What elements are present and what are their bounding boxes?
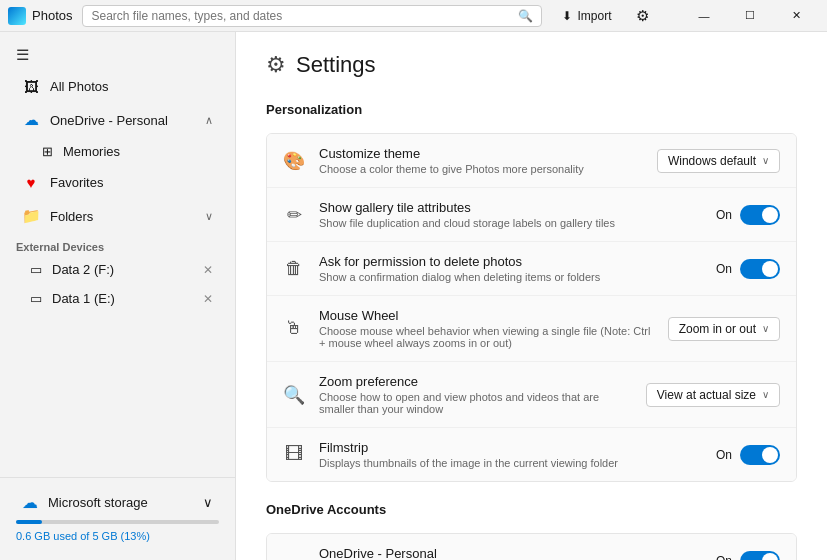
filmstrip-text: Filmstrip Displays thumbnails of the ima… [319, 440, 702, 469]
zoom-preference-text: Zoom preference Choose how to open and v… [319, 374, 632, 415]
ask-permission-toggle-label: On [716, 262, 732, 276]
sidebar-item-favorites[interactable]: ♥ Favorites [6, 167, 229, 198]
zoom-preference-dropdown-chevron: ∨ [762, 389, 769, 400]
ask-permission-desc: Show a confirmation dialog when deleting… [319, 271, 702, 283]
sidebar-item-label: Favorites [50, 175, 213, 190]
gallery-tile-icon: ✏ [283, 204, 305, 226]
onedrive-icon: ☁ [22, 111, 40, 129]
onedrive-personal-title: OneDrive - Personal [319, 546, 702, 560]
app-name: Photos [32, 8, 72, 23]
onedrive-accounts-card: ☁ OneDrive - Personal Show photos from t… [266, 533, 797, 560]
titlebar-actions: ⬇ Import ⚙ [554, 5, 654, 27]
theme-dropdown[interactable]: Windows default ∨ [657, 149, 780, 173]
import-label: Import [577, 9, 611, 23]
sidebar-item-onedrive[interactable]: ☁ OneDrive - Personal ∧ [6, 104, 229, 136]
onedrive-personal-row: ☁ OneDrive - Personal Show photos from t… [267, 534, 796, 560]
device-label: Data 1 (E:) [52, 291, 193, 306]
search-bar[interactable]: 🔍 [82, 5, 542, 27]
ask-permission-text: Ask for permission to delete photos Show… [319, 254, 702, 283]
sidebar-item-label: Memories [63, 144, 120, 159]
settings-content: ⚙ Settings Personalization 🎨 Customize t… [236, 32, 827, 560]
storage-bar-container [16, 520, 219, 524]
device-icon: ▭ [30, 291, 42, 306]
mouse-wheel-icon: 🖱 [283, 318, 305, 339]
settings-gear-icon: ⚙ [266, 52, 286, 78]
close-button[interactable]: ✕ [773, 0, 819, 32]
sidebar-item-data1[interactable]: ▭ Data 1 (E:) ✕ [6, 285, 229, 312]
zoom-icon: 🔍 [283, 384, 305, 406]
onedrive-personal-toggle[interactable] [740, 551, 780, 561]
customize-theme-row: 🎨 Customize theme Choose a color theme t… [267, 134, 796, 188]
zoom-preference-dropdown-value: View at actual size [657, 388, 756, 402]
ask-permission-row: 🗑 Ask for permission to delete photos Sh… [267, 242, 796, 296]
settings-title: Settings [296, 52, 376, 78]
import-button[interactable]: ⬇ Import [554, 7, 619, 25]
minimize-button[interactable]: — [681, 0, 727, 32]
filmstrip-control: On [716, 445, 780, 465]
sidebar-item-memories[interactable]: ⊞ Memories [6, 138, 229, 165]
onedrive-personal-toggle-label: On [716, 554, 732, 561]
chevron-up-icon: ∧ [205, 114, 213, 127]
mouse-wheel-row: 🖱 Mouse Wheel Choose mouse wheel behavio… [267, 296, 796, 362]
chevron-down-icon: ∨ [205, 210, 213, 223]
gallery-tile-title: Show gallery tile attributes [319, 200, 702, 215]
window-controls: — ☐ ✕ [681, 0, 819, 32]
storage-label: Microsoft storage [48, 495, 193, 510]
search-icon: 🔍 [518, 9, 533, 23]
settings-button[interactable]: ⚙ [630, 5, 655, 27]
storage-chevron-icon: ∨ [203, 495, 213, 510]
app-logo: Photos [8, 7, 72, 25]
onedrive-personal-icon: ☁ [283, 551, 305, 560]
filmstrip-icon: 🎞 [283, 444, 305, 465]
memories-icon: ⊞ [42, 144, 53, 159]
theme-control[interactable]: Windows default ∨ [657, 149, 780, 173]
remove-device-icon[interactable]: ✕ [203, 292, 213, 306]
theme-dropdown-value: Windows default [668, 154, 756, 168]
zoom-preference-row: 🔍 Zoom preference Choose how to open and… [267, 362, 796, 428]
maximize-button[interactable]: ☐ [727, 0, 773, 32]
storage-cloud-icon: ☁ [22, 493, 38, 512]
zoom-preference-control[interactable]: View at actual size ∨ [646, 383, 780, 407]
customize-theme-title: Customize theme [319, 146, 643, 161]
customize-theme-desc: Choose a color theme to give Photos more… [319, 163, 643, 175]
import-icon: ⬇ [562, 9, 572, 23]
external-devices-label: External Devices [0, 233, 235, 255]
sidebar: ☰ 🖼 All Photos ☁ OneDrive - Personal ∧ ⊞… [0, 32, 236, 560]
titlebar: Photos 🔍 ⬇ Import ⚙ — ☐ ✕ [0, 0, 827, 32]
onedrive-accounts-section-title: OneDrive Accounts [266, 502, 797, 521]
gallery-tile-toggle-label: On [716, 208, 732, 222]
filmstrip-title: Filmstrip [319, 440, 702, 455]
onedrive-personal-control: On [716, 551, 780, 561]
sidebar-item-folders[interactable]: 📁 Folders ∨ [6, 200, 229, 232]
sidebar-item-data2[interactable]: ▭ Data 2 (F:) ✕ [6, 256, 229, 283]
folders-icon: 📁 [22, 207, 40, 225]
ask-permission-toggle[interactable] [740, 259, 780, 279]
ask-permission-control: On [716, 259, 780, 279]
zoom-preference-dropdown[interactable]: View at actual size ∨ [646, 383, 780, 407]
theme-dropdown-chevron: ∨ [762, 155, 769, 166]
main-layout: ☰ 🖼 All Photos ☁ OneDrive - Personal ∧ ⊞… [0, 32, 827, 560]
sidebar-item-all-photos[interactable]: 🖼 All Photos [6, 71, 229, 102]
mouse-wheel-desc: Choose mouse wheel behavior when viewing… [319, 325, 654, 349]
all-photos-icon: 🖼 [22, 78, 40, 95]
search-input[interactable] [91, 9, 512, 23]
customize-theme-text: Customize theme Choose a color theme to … [319, 146, 643, 175]
sidebar-item-label: All Photos [50, 79, 213, 94]
sidebar-item-label: Folders [50, 209, 195, 224]
onedrive-personal-text: OneDrive - Personal Show photos from thi… [319, 546, 702, 560]
settings-header: ⚙ Settings [266, 52, 797, 78]
mouse-wheel-text: Mouse Wheel Choose mouse wheel behavior … [319, 308, 654, 349]
device-icon: ▭ [30, 262, 42, 277]
hamburger-menu[interactable]: ☰ [0, 40, 235, 70]
filmstrip-toggle-label: On [716, 448, 732, 462]
personalization-section-title: Personalization [266, 102, 797, 121]
mouse-wheel-dropdown[interactable]: Zoom in or out ∨ [668, 317, 780, 341]
sidebar-item-storage[interactable]: ☁ Microsoft storage ∨ [6, 487, 229, 518]
mouse-wheel-control[interactable]: Zoom in or out ∨ [668, 317, 780, 341]
sidebar-bottom: ☁ Microsoft storage ∨ 0.6 GB used of 5 G… [0, 477, 235, 552]
favorites-icon: ♥ [22, 174, 40, 191]
gallery-tile-toggle[interactable] [740, 205, 780, 225]
filmstrip-toggle[interactable] [740, 445, 780, 465]
filmstrip-row: 🎞 Filmstrip Displays thumbnails of the i… [267, 428, 796, 481]
remove-device-icon[interactable]: ✕ [203, 263, 213, 277]
